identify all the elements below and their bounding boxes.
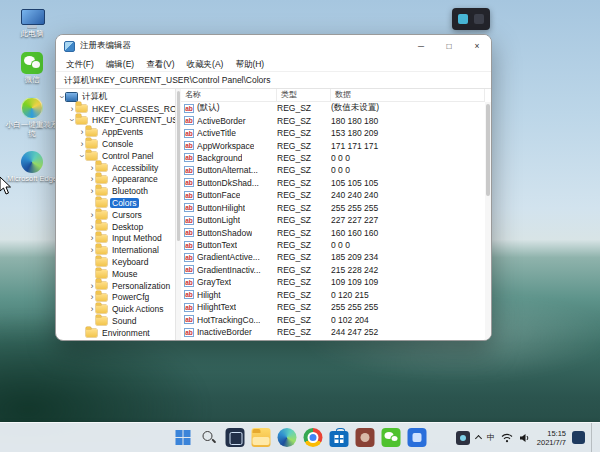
desktop-icon-xiaobai[interactable]: 小白一键重装系统	[4, 97, 60, 138]
edge-icon[interactable]	[278, 428, 297, 447]
registry-value-row[interactable]: abGradientInactiv...REG_SZ215 228 242	[181, 264, 485, 276]
tree-item-control-panel[interactable]: ›Control Panel	[56, 150, 175, 162]
tree-item-mouse[interactable]: Mouse	[56, 268, 175, 280]
reg-sz-icon: ab	[184, 228, 194, 237]
menu-item-0[interactable]: 文件(F)	[60, 57, 100, 72]
tree-item-international[interactable]: ›International	[56, 244, 175, 256]
tree-item-appearance[interactable]: ›Appearance	[56, 174, 175, 186]
store-icon[interactable]	[330, 431, 349, 447]
registry-value-row[interactable]: abHilightTextREG_SZ255 255 255	[181, 301, 485, 313]
registry-value-row[interactable]: abButtonHilightREG_SZ255 255 255	[181, 202, 485, 214]
tree-item-label: Mouse	[110, 269, 140, 279]
start-icon[interactable]	[174, 428, 193, 447]
registry-value-row[interactable]: abHotTrackingCo...REG_SZ0 102 204	[181, 313, 485, 325]
expand-chevron-icon[interactable]: ›	[88, 210, 96, 220]
tree-item-bluetooth[interactable]: ›Bluetooth	[56, 185, 175, 197]
list-scrollbar[interactable]	[485, 102, 491, 340]
tree-item-accessibility[interactable]: ›Accessibility	[56, 162, 175, 174]
registry-value-row[interactable]: ab(默认)REG_SZ(数值未设置)	[181, 102, 485, 114]
registry-value-row[interactable]: abButtonAlternat...REG_SZ0 0 0	[181, 164, 485, 176]
expand-chevron-icon[interactable]: ›	[88, 174, 96, 184]
widget-button[interactable]	[474, 14, 484, 24]
tree-item-input-method[interactable]: ›Input Method	[56, 233, 175, 245]
registry-value-row[interactable]: abButtonTextREG_SZ0 0 0	[181, 239, 485, 251]
desktop-icon-this-pc[interactable]: 此电脑	[4, 8, 60, 39]
reg-sz-icon: ab	[184, 116, 194, 125]
menu-item-2[interactable]: 查看(V)	[140, 57, 180, 72]
tree-item-appevents[interactable]: ›AppEvents	[56, 126, 175, 138]
tree-item-quick-actions[interactable]: ›Quick Actions	[56, 303, 175, 315]
desktop-icon-wechat[interactable]: 微信	[4, 52, 60, 85]
registry-value-row[interactable]: abButtonFaceREG_SZ240 240 240	[181, 189, 485, 201]
registry-values-list: ab(默认)REG_SZ(数值未设置)abActiveBorderREG_SZ1…	[181, 102, 485, 340]
tree-scrollbar-thumb[interactable]	[177, 91, 180, 241]
column-header-0[interactable]: 名称	[181, 89, 277, 101]
value-data: 105 105 105	[331, 178, 485, 188]
tree-item-personalization[interactable]: ›Personalization	[56, 280, 175, 292]
app2-icon[interactable]	[408, 428, 427, 447]
tray-app-icon[interactable]	[456, 431, 470, 445]
desktop-icon-edge[interactable]: Microsoft Edge	[4, 151, 60, 184]
registry-value-row[interactable]: abGrayTextREG_SZ109 109 109	[181, 276, 485, 288]
column-header-2[interactable]: 数据	[331, 89, 485, 101]
expand-chevron-icon[interactable]: ›	[88, 233, 96, 243]
registry-value-row[interactable]: abButtonShadowREG_SZ160 160 160	[181, 226, 485, 238]
registry-value-row[interactable]: abButtonLightREG_SZ227 227 227	[181, 214, 485, 226]
expand-chevron-icon[interactable]: ›	[68, 104, 76, 114]
minimize-button[interactable]: ─	[407, 35, 435, 57]
wechat-icon[interactable]	[382, 428, 401, 447]
expand-chevron-icon[interactable]: ›	[88, 245, 96, 255]
registry-value-row[interactable]: abActiveTitleREG_SZ153 180 209	[181, 127, 485, 139]
value-type: REG_SZ	[277, 165, 331, 175]
floating-widget[interactable]	[452, 8, 490, 30]
wifi-icon[interactable]	[501, 433, 513, 443]
tree-item-console[interactable]: ›Console	[56, 138, 175, 150]
chrome-icon[interactable]	[304, 428, 323, 447]
column-header-1[interactable]: 类型	[277, 89, 331, 101]
address-bar[interactable]: 计算机\HKEY_CURRENT_USER\Control Panel\Colo…	[56, 72, 491, 89]
tree-item-powercfg[interactable]: ›PowerCfg	[56, 292, 175, 304]
tree-item-desktop[interactable]: ›Desktop	[56, 221, 175, 233]
tree-item-计算机[interactable]: ›计算机	[56, 91, 175, 103]
value-type: REG_SZ	[277, 327, 331, 337]
tree-item-cursors[interactable]: ›Cursors	[56, 209, 175, 221]
tree-item-environment[interactable]: Environment	[56, 327, 175, 339]
registry-value-row[interactable]: abAppWorkspaceREG_SZ171 171 171	[181, 139, 485, 151]
tree-item-colors[interactable]: Colors	[56, 197, 175, 209]
registry-value-row[interactable]: abActiveBorderREG_SZ180 180 180	[181, 114, 485, 126]
registry-value-row[interactable]: abInactiveBorderREG_SZ244 247 252	[181, 326, 485, 338]
notification-center-icon[interactable]	[572, 431, 585, 444]
search-icon[interactable]	[200, 428, 219, 447]
expand-chevron-icon[interactable]: ›	[78, 139, 86, 149]
app1-icon[interactable]	[356, 428, 375, 447]
clock[interactable]: 15:15 2021/7/7	[537, 429, 566, 447]
volume-icon[interactable]	[519, 433, 531, 443]
close-button[interactable]: ×	[463, 35, 491, 57]
task-view-icon[interactable]	[226, 428, 245, 447]
menu-item-3[interactable]: 收藏夹(A)	[181, 57, 230, 72]
expand-chevron-icon[interactable]: ›	[88, 222, 96, 232]
ime-indicator[interactable]: 中	[487, 432, 495, 443]
expand-chevron-icon[interactable]: ›	[88, 281, 96, 291]
tree-item-keyboard[interactable]: Keyboard	[56, 256, 175, 268]
expand-chevron-icon[interactable]: ›	[78, 127, 86, 137]
list-scrollbar-thumb[interactable]	[486, 104, 490, 196]
menu-item-4[interactable]: 帮助(H)	[229, 57, 270, 72]
registry-value-row[interactable]: abGradientActive...REG_SZ185 209 234	[181, 251, 485, 263]
expand-chevron-icon[interactable]: ›	[88, 304, 96, 314]
tree-item-hkey-classes-root[interactable]: ›HKEY_CLASSES_ROOT	[56, 103, 175, 115]
maximize-button[interactable]: □	[435, 35, 463, 57]
expand-chevron-icon[interactable]: ›	[88, 292, 96, 302]
show-desktop-button[interactable]	[591, 423, 594, 452]
tree-item-hkey-current-user[interactable]: ›HKEY_CURRENT_USER	[56, 115, 175, 127]
tree-item-sound[interactable]: Sound	[56, 315, 175, 327]
tray-overflow-chevron-icon[interactable]	[475, 435, 482, 442]
registry-value-row[interactable]: abHilightREG_SZ0 120 215	[181, 289, 485, 301]
file-explorer-icon[interactable]	[252, 428, 271, 447]
menu-item-1[interactable]: 编辑(E)	[100, 57, 140, 72]
expand-chevron-icon[interactable]: ›	[88, 163, 96, 173]
expand-chevron-icon[interactable]: ›	[88, 186, 96, 196]
registry-value-row[interactable]: abButtonDkShad...REG_SZ105 105 105	[181, 177, 485, 189]
registry-value-row[interactable]: abBackgroundREG_SZ0 0 0	[181, 152, 485, 164]
titlebar[interactable]: 注册表编辑器 ─ □ ×	[56, 35, 491, 57]
